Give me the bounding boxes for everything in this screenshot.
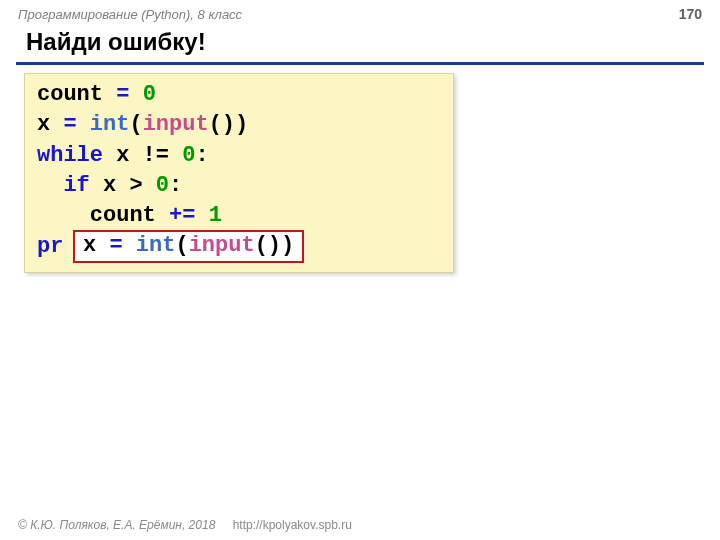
code-line-2: x = int(input()) xyxy=(37,110,441,140)
page-number: 170 xyxy=(679,6,702,22)
answer-overlay: x = int(input()) xyxy=(73,230,304,264)
footer-url: http://kpolyakov.spb.ru xyxy=(233,518,352,532)
code-line-5: count += 1 xyxy=(37,201,441,231)
code-block: count = 0 x = int(input()) while x != 0:… xyxy=(24,73,454,273)
copyright: © К.Ю. Поляков, Е.А. Ерёмин, 2018 xyxy=(18,518,215,532)
code-line-4: if x > 0: xyxy=(37,171,441,201)
slide-title: Найди ошибку! xyxy=(0,24,720,62)
code-line-3: while x != 0: xyxy=(37,141,441,171)
title-underline xyxy=(16,62,704,65)
course-label: Программирование (Python), 8 класс xyxy=(18,7,242,22)
code-line-1: count = 0 xyxy=(37,80,441,110)
slide-footer: © К.Ю. Поляков, Е.А. Ерёмин, 2018 http:/… xyxy=(18,518,352,532)
slide-header: Программирование (Python), 8 класс 170 xyxy=(0,0,720,24)
